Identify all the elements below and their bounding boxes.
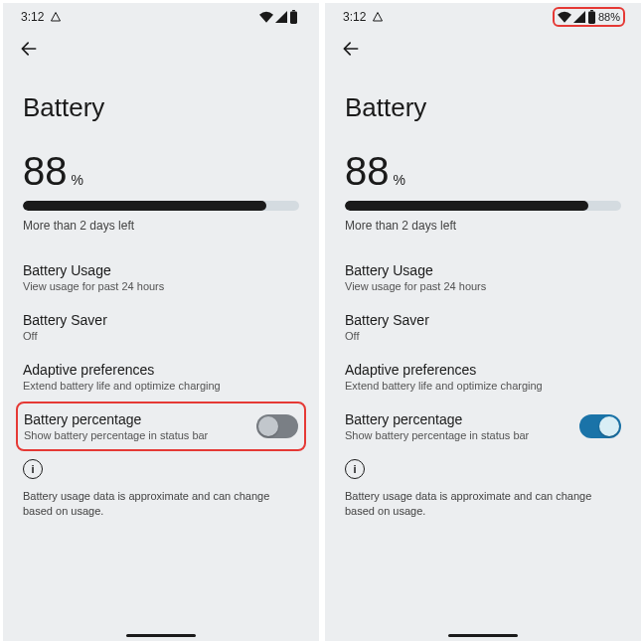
battery-percentage-item[interactable]: Battery percentage Show battery percenta… <box>16 402 306 451</box>
info-icon: i <box>345 459 365 479</box>
battery-percentage-item[interactable]: Battery percentage Show battery percenta… <box>345 402 621 451</box>
battery-bar-fill <box>23 201 266 211</box>
warning-icon <box>372 11 384 23</box>
battery-usage-label: Battery Usage <box>345 262 486 278</box>
battery-saver-desc: Off <box>23 330 107 342</box>
svg-rect-3 <box>588 11 595 24</box>
battery-bar <box>345 201 621 211</box>
status-right: 88% <box>553 7 625 27</box>
back-button[interactable] <box>341 39 625 59</box>
svg-rect-1 <box>290 11 297 24</box>
battery-estimate: More than 2 days left <box>345 219 621 233</box>
info-button[interactable]: i <box>23 459 299 479</box>
battery-saver-label: Battery Saver <box>23 312 107 328</box>
phone-left: 3:12 Battery 88 % <box>3 3 319 641</box>
battery-saver-label: Battery Saver <box>345 312 429 328</box>
battery-percent-display: 88 % <box>23 151 299 191</box>
status-bar: 3:12 88% <box>325 3 641 27</box>
signal-icon <box>573 11 585 23</box>
page-title: Battery <box>23 92 299 123</box>
battery-estimate: More than 2 days left <box>23 219 299 233</box>
percent-symbol: % <box>72 172 83 188</box>
percentage-label: Battery percentage <box>345 411 529 427</box>
back-button[interactable] <box>19 39 303 59</box>
page-title: Battery <box>345 92 621 123</box>
battery-icon <box>289 10 298 24</box>
status-time: 3:12 <box>343 10 366 24</box>
adaptive-label: Adaptive preferences <box>345 362 543 378</box>
status-right <box>256 9 303 25</box>
nav-handle[interactable] <box>448 634 518 637</box>
warning-icon <box>50 11 62 23</box>
adaptive-desc: Extend battery life and optimize chargin… <box>345 380 543 392</box>
battery-saver-item[interactable]: Battery Saver Off <box>345 302 621 352</box>
battery-value: 88 <box>23 151 68 191</box>
status-percent: 88% <box>598 11 620 23</box>
info-icon: i <box>23 459 43 479</box>
battery-saver-desc: Off <box>345 330 429 342</box>
battery-usage-item[interactable]: Battery Usage View usage for past 24 hou… <box>345 252 621 302</box>
battery-usage-item[interactable]: Battery Usage View usage for past 24 hou… <box>23 252 299 302</box>
battery-usage-desc: View usage for past 24 hours <box>23 280 164 292</box>
signal-icon <box>275 11 287 23</box>
status-time: 3:12 <box>21 10 44 24</box>
phone-right: 3:12 88% Battery 88 % <box>325 3 641 641</box>
footnote: Battery usage data is approximate and ca… <box>23 489 299 520</box>
percentage-label: Battery percentage <box>24 411 208 427</box>
adaptive-desc: Extend battery life and optimize chargin… <box>23 380 221 392</box>
percentage-toggle[interactable] <box>256 414 298 438</box>
adaptive-preferences-item[interactable]: Adaptive preferences Extend battery life… <box>345 352 621 402</box>
percentage-desc: Show battery percentage in status bar <box>345 429 529 441</box>
battery-usage-label: Battery Usage <box>23 262 164 278</box>
nav-handle[interactable] <box>126 634 196 637</box>
wifi-icon <box>259 11 273 23</box>
svg-rect-0 <box>292 10 295 11</box>
wifi-icon <box>558 11 571 23</box>
percentage-toggle[interactable] <box>579 414 621 438</box>
adaptive-label: Adaptive preferences <box>23 362 221 378</box>
svg-rect-2 <box>590 10 593 11</box>
battery-saver-item[interactable]: Battery Saver Off <box>23 302 299 352</box>
battery-usage-desc: View usage for past 24 hours <box>345 280 486 292</box>
battery-icon <box>587 10 596 24</box>
footnote: Battery usage data is approximate and ca… <box>345 489 621 520</box>
percentage-desc: Show battery percentage in status bar <box>24 429 208 441</box>
battery-value: 88 <box>345 151 390 191</box>
info-button[interactable]: i <box>345 459 621 479</box>
status-bar: 3:12 <box>3 3 319 27</box>
adaptive-preferences-item[interactable]: Adaptive preferences Extend battery life… <box>23 352 299 402</box>
battery-bar-fill <box>345 201 588 211</box>
percent-symbol: % <box>394 172 405 188</box>
battery-bar <box>23 201 299 211</box>
battery-percent-display: 88 % <box>345 151 621 191</box>
